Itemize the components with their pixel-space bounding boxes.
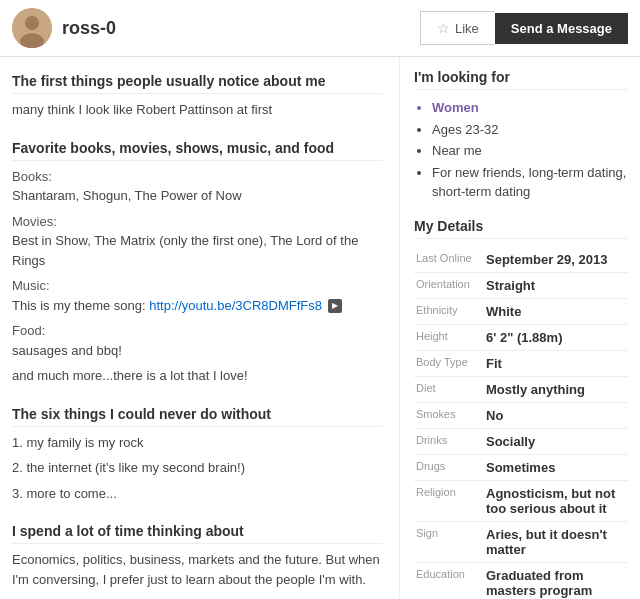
section-sixthings: The six things I could never do without … xyxy=(12,406,383,504)
section-favorites-title: Favorite books, movies, shows, music, an… xyxy=(12,140,383,161)
table-row: Smokes No xyxy=(414,402,628,428)
svg-point-1 xyxy=(25,16,39,30)
detail-key: Last Online xyxy=(414,247,484,273)
sixthings-item-0: 1. my family is my rock xyxy=(12,433,383,453)
favorites-extra: and much more...there is a lot that I lo… xyxy=(12,366,383,386)
detail-key: Ethnicity xyxy=(414,298,484,324)
thinking-text: Economics, politics, business, markets a… xyxy=(12,550,383,589)
detail-value: Socially xyxy=(484,428,628,454)
section-thinking: I spend a lot of time thinking about Eco… xyxy=(12,523,383,589)
music-label-text: Music: xyxy=(12,278,50,293)
food-label-text: Food: xyxy=(12,323,45,338)
table-row: Body Type Fit xyxy=(414,350,628,376)
food-label: Food: sausages and bbq! xyxy=(12,321,383,360)
detail-key: Body Type xyxy=(414,350,484,376)
section-notice: The first things people usually notice a… xyxy=(12,73,383,120)
username: ross-0 xyxy=(62,18,116,39)
looking-for-item-3: For new friends, long-term dating, short… xyxy=(432,163,628,202)
detail-value: Graduated from masters program xyxy=(484,562,628,599)
section-notice-title: The first things people usually notice a… xyxy=(12,73,383,94)
section-favorites-body: Books: Shantaram, Shogun, The Power of N… xyxy=(12,167,383,386)
table-row: Ethnicity White xyxy=(414,298,628,324)
section-sixthings-title: The six things I could never do without xyxy=(12,406,383,427)
like-button[interactable]: ☆ Like xyxy=(420,11,495,45)
books-label-text: Books: xyxy=(12,169,52,184)
like-label: Like xyxy=(455,21,479,36)
detail-key: Drugs xyxy=(414,454,484,480)
header-left: ross-0 xyxy=(12,8,116,48)
looking-for-item-0: Women xyxy=(432,98,628,118)
detail-value: No xyxy=(484,402,628,428)
table-row: Education Graduated from masters program xyxy=(414,562,628,599)
avatar xyxy=(12,8,52,48)
play-icon xyxy=(328,299,342,313)
looking-for-item-1: Ages 23-32 xyxy=(432,120,628,140)
books-label: Books: Shantaram, Shogun, The Power of N… xyxy=(12,167,383,206)
table-row: Drinks Socially xyxy=(414,428,628,454)
section-sixthings-body: 1. my family is my rock 2. the internet … xyxy=(12,433,383,504)
detail-key: Sign xyxy=(414,521,484,562)
looking-for-title: I'm looking for xyxy=(414,69,628,90)
music-link[interactable]: http://youtu.be/3CR8DMFfFs8 xyxy=(149,298,322,313)
table-row: Drugs Sometimes xyxy=(414,454,628,480)
detail-value: Straight xyxy=(484,272,628,298)
section-thinking-title: I spend a lot of time thinking about xyxy=(12,523,383,544)
table-row: Orientation Straight xyxy=(414,272,628,298)
detail-key: Height xyxy=(414,324,484,350)
movies-label: Movies: Best in Show, The Matrix (only t… xyxy=(12,212,383,271)
detail-key: Orientation xyxy=(414,272,484,298)
music-text: This is my theme song: xyxy=(12,298,146,313)
section-notice-body: many think I look like Robert Pattinson … xyxy=(12,100,383,120)
table-row: Last Online September 29, 2013 xyxy=(414,247,628,273)
detail-key: Smokes xyxy=(414,402,484,428)
notice-text: many think I look like Robert Pattinson … xyxy=(12,100,383,120)
books-value: Shantaram, Shogun, The Power of Now xyxy=(12,188,242,203)
looking-for-item-2: Near me xyxy=(432,141,628,161)
left-column: The first things people usually notice a… xyxy=(0,57,400,599)
header: ross-0 ☆ Like Send a Message xyxy=(0,0,640,57)
table-row: Diet Mostly anything xyxy=(414,376,628,402)
detail-value: 6' 2" (1.88m) xyxy=(484,324,628,350)
looking-for-list: Women Ages 23-32 Near me For new friends… xyxy=(414,98,628,202)
movies-label-text: Movies: xyxy=(12,214,57,229)
movies-value: Best in Show, The Matrix (only the first… xyxy=(12,233,358,268)
main-layout: The first things people usually notice a… xyxy=(0,57,640,599)
detail-value: Sometimes xyxy=(484,454,628,480)
right-column: I'm looking for Women Ages 23-32 Near me… xyxy=(400,57,640,599)
food-value: sausages and bbq! xyxy=(12,343,122,358)
section-thinking-body: Economics, politics, business, markets a… xyxy=(12,550,383,589)
star-icon: ☆ xyxy=(437,20,450,36)
detail-key: Drinks xyxy=(414,428,484,454)
table-row: Height 6' 2" (1.88m) xyxy=(414,324,628,350)
detail-value: White xyxy=(484,298,628,324)
detail-value: Fit xyxy=(484,350,628,376)
detail-value: Agnosticism, but not too serious about i… xyxy=(484,480,628,521)
detail-value: September 29, 2013 xyxy=(484,247,628,273)
send-message-button[interactable]: Send a Message xyxy=(495,13,628,44)
table-row: Religion Agnosticism, but not too seriou… xyxy=(414,480,628,521)
detail-value: Mostly anything xyxy=(484,376,628,402)
sixthings-item-1: 2. the internet (it's like my second bra… xyxy=(12,458,383,478)
detail-key: Diet xyxy=(414,376,484,402)
details-table: Last Online September 29, 2013 Orientati… xyxy=(414,247,628,600)
detail-key: Education xyxy=(414,562,484,599)
music-label: Music: This is my theme song: http://you… xyxy=(12,276,383,315)
detail-key: Religion xyxy=(414,480,484,521)
section-favorites: Favorite books, movies, shows, music, an… xyxy=(12,140,383,386)
detail-value: Aries, but it doesn't matter xyxy=(484,521,628,562)
table-row: Sign Aries, but it doesn't matter xyxy=(414,521,628,562)
sixthings-item-2: 3. more to come... xyxy=(12,484,383,504)
header-actions: ☆ Like Send a Message xyxy=(420,11,628,45)
my-details-title: My Details xyxy=(414,218,628,239)
